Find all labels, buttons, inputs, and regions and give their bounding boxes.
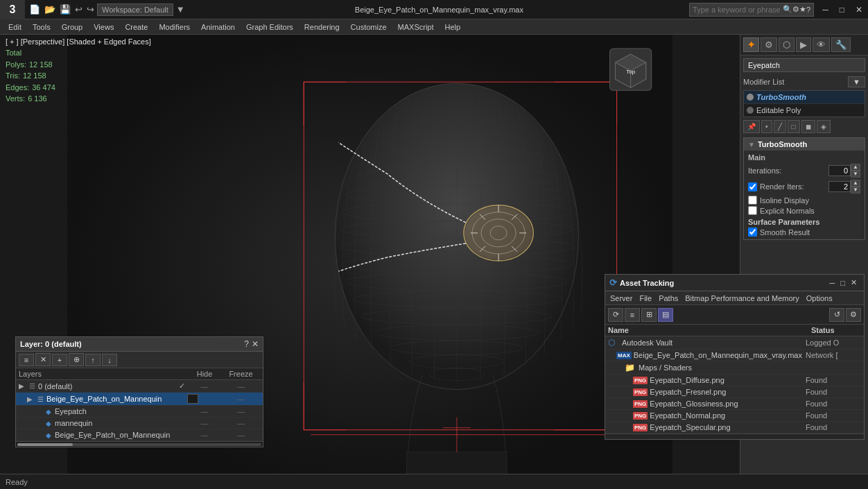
menu-maxscript[interactable]: MAXScript: [392, 22, 440, 33]
layers-move-btn[interactable]: ↑: [85, 354, 101, 366]
render-iters-field[interactable]: ▲ ▼: [828, 180, 860, 194]
asset-row-fresnel[interactable]: PNG Eyepatch_Fresnel.png Found: [605, 386, 864, 398]
modifier-turbosmooth[interactable]: TurboSmooth: [744, 91, 865, 104]
dropdown-arrow[interactable]: ▼: [175, 3, 186, 15]
asset-settings-btn[interactable]: ⚙: [846, 308, 861, 322]
iterations-input[interactable]: [828, 165, 851, 176]
create-tab[interactable]: ✦: [743, 37, 759, 52]
file-icon[interactable]: Workspace: Default: [97, 3, 173, 16]
asset-menu-file[interactable]: File: [637, 294, 654, 302]
display-tab[interactable]: 👁: [813, 37, 830, 52]
menu-tools[interactable]: Tools: [27, 22, 56, 33]
undo-icon[interactable]: ↩: [73, 3, 84, 15]
layers-scroll-thumb[interactable]: [17, 443, 73, 446]
menu-animation[interactable]: Animation: [196, 22, 241, 33]
layers-add-btn[interactable]: +: [52, 354, 67, 366]
smooth-result-checkbox[interactable]: [748, 228, 757, 237]
modifier-list-dropdown[interactable]: ▼: [848, 76, 865, 87]
asset-row-maps[interactable]: 📁 Maps / Shaders: [605, 361, 864, 375]
layers-help-btn[interactable]: ?: [244, 339, 249, 349]
diffuse-status: Found: [806, 376, 861, 384]
main-label: Main: [748, 153, 860, 162]
vertex-btn[interactable]: •: [761, 120, 772, 133]
asset-menu-options[interactable]: Options: [804, 294, 835, 302]
iterations-down[interactable]: ▼: [851, 171, 860, 178]
layers-icon-btn[interactable]: ≡: [19, 354, 34, 366]
asset-grid-btn[interactable]: ⊞: [641, 308, 657, 322]
asset-vault-btn[interactable]: ⟳: [608, 308, 623, 322]
utilities-tab[interactable]: 🔧: [831, 37, 851, 52]
asset-row-diffuse[interactable]: PNG Eyepatch_Diffuse.png Found: [605, 375, 864, 386]
menu-edit[interactable]: Edit: [3, 22, 27, 33]
search-options-icon[interactable]: ⚙: [792, 5, 799, 14]
menu-views[interactable]: Views: [88, 22, 119, 33]
isoline-checkbox[interactable]: [748, 196, 757, 205]
element-btn[interactable]: ◈: [817, 120, 831, 133]
modify-tab[interactable]: ⚙: [761, 37, 777, 52]
poly-btn[interactable]: ◼: [801, 120, 815, 133]
menu-graph-editors[interactable]: Graph Editors: [241, 22, 299, 33]
save-icon[interactable]: 💾: [58, 3, 72, 15]
asset-row-glossiness[interactable]: PNG Eyepatch_Glossiness.png Found: [605, 398, 864, 410]
layers-remove-btn[interactable]: ↓: [102, 354, 117, 366]
asset-maximize-btn[interactable]: □: [837, 278, 848, 287]
iterations-up[interactable]: ▲: [851, 164, 860, 171]
editablepoly-bulb: [747, 107, 754, 114]
motion-tab[interactable]: ▶: [796, 37, 811, 52]
pin-btn[interactable]: 📌: [743, 120, 760, 133]
search-bookmark-icon[interactable]: ★: [799, 5, 806, 14]
layer-row-3[interactable]: · ◆ mannequin — —: [16, 418, 263, 429]
hierarchy-tab[interactable]: ⬡: [779, 37, 795, 52]
render-iters-checkbox[interactable]: [748, 182, 757, 191]
layer-row-4[interactable]: · ◆ Beige_Eye_Patch_on_Mannequin — —: [16, 429, 263, 441]
search-icon[interactable]: 🔍: [783, 5, 792, 14]
menu-customize[interactable]: Customize: [345, 22, 392, 33]
asset-row-specular[interactable]: PNG Eyepatch_Specular.png Found: [605, 422, 864, 434]
window-controls: ─ □ ✕: [817, 0, 868, 19]
layer-row-1[interactable]: ▶ ☰ Beige_Eye_Patch_on_Mannequin —: [16, 393, 263, 406]
layers-scrollbar[interactable]: [16, 441, 263, 447]
render-iters-up[interactable]: ▲: [851, 180, 860, 187]
asset-refresh-btn[interactable]: ↺: [829, 308, 844, 322]
asset-table-btn[interactable]: ▤: [658, 308, 673, 322]
collapse-icon: ▼: [748, 141, 755, 148]
minimize-button[interactable]: ─: [817, 0, 834, 19]
layers-add-selected-btn[interactable]: ⊕: [69, 353, 84, 366]
asset-minimize-btn[interactable]: ─: [827, 278, 838, 287]
asset-row-vault[interactable]: ⬡ Autodesk Vault Logged O: [605, 336, 864, 350]
asset-menu-paths[interactable]: Paths: [657, 294, 680, 302]
asset-menu-server[interactable]: Server: [608, 294, 634, 302]
asset-toolbar-left: ⟳ ≡ ⊞ ▤: [608, 308, 673, 322]
render-iters-input[interactable]: [828, 181, 851, 192]
asset-close-btn[interactable]: ✕: [848, 278, 860, 287]
search-box[interactable]: 🔍 ⚙ ★ ?: [689, 3, 814, 17]
maximize-button[interactable]: □: [834, 0, 850, 19]
iterations-field[interactable]: ▲ ▼: [828, 164, 860, 178]
layer-row-0[interactable]: ▶ ☰ 0 (default) ✓ — —: [16, 380, 263, 393]
row1-hide-box[interactable]: [187, 394, 198, 404]
layers-close-btn[interactable]: ✕: [252, 339, 259, 349]
search-input[interactable]: [693, 6, 783, 14]
render-iters-down[interactable]: ▼: [851, 187, 860, 194]
asset-row-max[interactable]: MAX Beige_Eye_Patch_on_Mannequin_max_vra…: [605, 350, 864, 361]
open-icon[interactable]: 📂: [43, 3, 57, 15]
menu-modifiers[interactable]: Modifiers: [153, 22, 196, 33]
menu-help[interactable]: Help: [440, 22, 467, 33]
asset-list-btn[interactable]: ≡: [625, 308, 640, 322]
redo-icon[interactable]: ↪: [85, 3, 96, 15]
turbosmooth-header[interactable]: ▼ TurboSmooth: [744, 138, 865, 151]
close-button[interactable]: ✕: [850, 0, 868, 19]
layers-delete-btn[interactable]: ✕: [35, 353, 51, 366]
menu-group[interactable]: Group: [56, 22, 89, 33]
modifier-editablepoly[interactable]: Editable Poly: [744, 104, 865, 117]
asset-row-normal[interactable]: PNG Eyepatch_Normal.png Found: [605, 410, 864, 422]
asset-menu-bitmap[interactable]: Bitmap Performance and Memory: [683, 294, 801, 302]
menu-rendering[interactable]: Rendering: [299, 22, 345, 33]
border-btn[interactable]: □: [788, 120, 800, 133]
help-icon[interactable]: ?: [806, 6, 810, 14]
explicit-normals-checkbox[interactable]: [748, 206, 757, 215]
layer-row-2[interactable]: · ◆ Eyepatch — —: [16, 406, 263, 418]
edge-btn[interactable]: ╱: [774, 120, 786, 133]
new-icon[interactable]: 📄: [28, 3, 42, 15]
menu-create[interactable]: Create: [119, 22, 153, 33]
